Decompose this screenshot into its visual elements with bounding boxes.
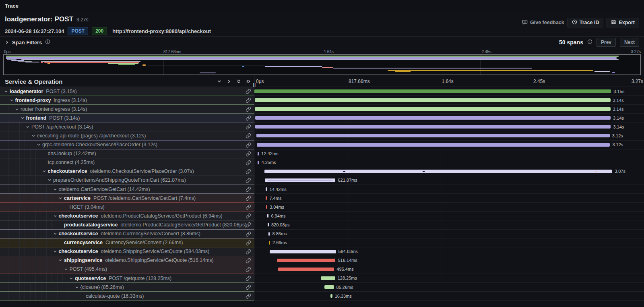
span-link-icon[interactable]: [246, 231, 251, 238]
span-duration-bar[interactable]: [270, 250, 336, 253]
chevron-down-icon[interactable]: [21, 116, 26, 120]
span-timeline-cell[interactable]: 3.15s: [254, 87, 644, 96]
chevron-down-icon[interactable]: [75, 285, 80, 289]
span-row[interactable]: loadgeneratorPOST (3.15s)3.15s: [0, 87, 644, 96]
span-label-cell[interactable]: quoteservicePOST /getquote (128.25ms): [0, 274, 254, 283]
span-row[interactable]: checkoutserviceoteldemo.ShippingService/…: [0, 247, 644, 256]
span-row[interactable]: quoteservicePOST /getquote (128.25ms)128…: [0, 274, 644, 283]
span-link-icon[interactable]: [246, 284, 251, 291]
chevron-down-icon[interactable]: [58, 258, 64, 262]
span-link-icon[interactable]: [246, 151, 251, 158]
span-timeline-cell[interactable]: 16.33ms: [254, 292, 644, 301]
span-row[interactable]: productcatalogserviceoteldemo.ProductCat…: [0, 220, 644, 229]
span-link-icon[interactable]: [246, 293, 251, 300]
chevron-down-icon[interactable]: [53, 214, 59, 218]
span-row[interactable]: POST (495.4ms)495.4ms: [0, 265, 644, 274]
span-row[interactable]: {closure} (85.26ms)85.26ms: [0, 283, 644, 292]
span-duration-bar[interactable]: [321, 276, 335, 280]
span-timeline-cell[interactable]: 7.4ms: [254, 194, 644, 203]
span-timeline-cell[interactable]: 621.87ms: [254, 176, 644, 185]
span-row[interactable]: shippingserviceoteldemo.ShippingService/…: [0, 256, 644, 265]
chevron-down-icon[interactable]: [42, 169, 48, 173]
span-timeline-cell[interactable]: 3.04ms: [254, 203, 644, 212]
span-label-cell[interactable]: POST /api/checkout (3.14s): [0, 122, 254, 131]
export-button[interactable]: Export: [607, 18, 639, 27]
span-duration-bar[interactable]: [255, 98, 610, 102]
chevron-down-icon[interactable]: [53, 232, 59, 236]
span-duration-bar[interactable]: [254, 89, 611, 93]
span-row[interactable]: frontend-proxyingress (3.14s)3.14s: [0, 96, 644, 105]
span-link-icon[interactable]: [246, 240, 251, 247]
expand-all-icon[interactable]: [246, 79, 251, 84]
span-link-icon[interactable]: [246, 178, 251, 185]
span-label-cell[interactable]: checkoutserviceoteldemo.CurrencyService/…: [0, 230, 254, 239]
span-label-cell[interactable]: checkoutserviceoteldemo.ShippingService/…: [0, 247, 254, 256]
chevron-down-icon[interactable]: [53, 249, 59, 253]
span-row[interactable]: currencyserviceCurrencyService/Convert (…: [0, 239, 644, 247]
span-duration-bar[interactable]: [256, 134, 610, 137]
span-link-icon[interactable]: [246, 142, 251, 149]
span-duration-bar[interactable]: [277, 259, 335, 262]
span-label-cell[interactable]: HGET (3.04ms): [0, 203, 254, 212]
span-duration-bar[interactable]: [255, 116, 611, 120]
span-timeline-cell[interactable]: 3.12s: [254, 141, 644, 149]
span-label-cell[interactable]: tcp.connect (4.25ms): [0, 158, 254, 167]
span-duration-bar[interactable]: [267, 214, 268, 218]
span-label-cell[interactable]: oteldemo.CartService/GetCart (14.42ms): [0, 185, 254, 194]
span-label-cell[interactable]: router frontend egress (3.14s): [0, 105, 254, 114]
collapse-all-icon[interactable]: [236, 79, 241, 84]
span-label-cell[interactable]: prepareOrderItemsAndShippingQuoteFromCar…: [0, 176, 254, 185]
info-icon[interactable]: [45, 39, 50, 46]
span-timeline-cell[interactable]: 8.86ms: [254, 230, 644, 239]
span-duration-bar[interactable]: [268, 223, 269, 226]
span-link-icon[interactable]: [246, 249, 251, 256]
span-timeline-cell[interactable]: 12.42ms: [254, 149, 644, 158]
span-timeline-cell[interactable]: 2.66ms: [254, 239, 644, 247]
span-link-icon[interactable]: [246, 169, 251, 176]
span-row[interactable]: grpc.oteldemo.CheckoutService/PlaceOrder…: [0, 141, 644, 149]
chevron-down-icon[interactable]: [58, 196, 64, 200]
span-timeline-cell[interactable]: 14.42ms: [254, 185, 644, 194]
info-icon[interactable]: [587, 39, 592, 46]
span-label-cell[interactable]: dns.lookup (12.42ms): [0, 149, 254, 158]
span-timeline-cell[interactable]: 516.14ms: [254, 256, 644, 265]
span-duration-bar[interactable]: [266, 205, 267, 209]
span-label-cell[interactable]: calculate-quote (16.33ms): [0, 292, 254, 301]
span-duration-bar[interactable]: [278, 268, 334, 271]
prev-button[interactable]: Prev: [597, 38, 616, 47]
span-row[interactable]: prepareOrderItemsAndShippingQuoteFromCar…: [0, 176, 644, 185]
span-link-icon[interactable]: [246, 195, 251, 202]
span-label-cell[interactable]: {closure} (85.26ms): [0, 283, 254, 292]
give-feedback-button[interactable]: Give feedback: [522, 18, 564, 27]
span-row[interactable]: checkoutserviceoteldemo.ProductCatalogSe…: [0, 212, 644, 220]
chevron-down-icon[interactable]: [15, 107, 21, 111]
span-timeline-cell[interactable]: 3.14s: [254, 105, 644, 114]
span-label-cell[interactable]: POST (495.4ms): [0, 265, 254, 274]
span-link-icon[interactable]: [246, 133, 251, 140]
span-link-icon[interactable]: [246, 124, 251, 131]
span-duration-bar[interactable]: [255, 107, 610, 111]
span-duration-bar[interactable]: [255, 125, 611, 129]
span-duration-bar[interactable]: [264, 170, 612, 173]
chevron-down-icon[interactable]: [53, 187, 59, 191]
chevron-down-icon[interactable]: [10, 98, 15, 102]
span-timeline-cell[interactable]: 584.03ms: [254, 247, 644, 256]
span-label-cell[interactable]: shippingserviceoteldemo.ShippingService/…: [0, 256, 254, 265]
span-duration-bar[interactable]: [257, 143, 610, 147]
chevron-down-icon[interactable]: [31, 134, 37, 138]
span-duration-bar[interactable]: [269, 241, 270, 245]
span-row[interactable]: executing api route (pages) /api/checkou…: [0, 131, 644, 140]
span-link-icon[interactable]: [246, 204, 251, 211]
span-timeline-cell[interactable]: 3.14s: [254, 96, 644, 105]
span-label-cell[interactable]: checkoutserviceoteldemo.CheckoutService/…: [0, 167, 254, 176]
span-row[interactable]: oteldemo.CartService/GetCart (14.42ms)14…: [0, 185, 644, 194]
chevron-down-icon[interactable]: [37, 143, 42, 147]
span-row[interactable]: frontendPOST (3.14s)3.14s: [0, 114, 644, 122]
chevron-down-icon[interactable]: [69, 276, 75, 280]
span-timeline-cell[interactable]: 128.25ms: [254, 274, 644, 283]
next-button[interactable]: Next: [620, 38, 639, 47]
span-filters-label[interactable]: Span Filters: [12, 39, 42, 46]
span-label-cell[interactable]: executing api route (pages) /api/checkou…: [0, 131, 254, 140]
span-label-cell[interactable]: checkoutserviceoteldemo.ProductCatalogSe…: [0, 212, 254, 220]
chevron-down-icon[interactable]: [47, 178, 53, 182]
